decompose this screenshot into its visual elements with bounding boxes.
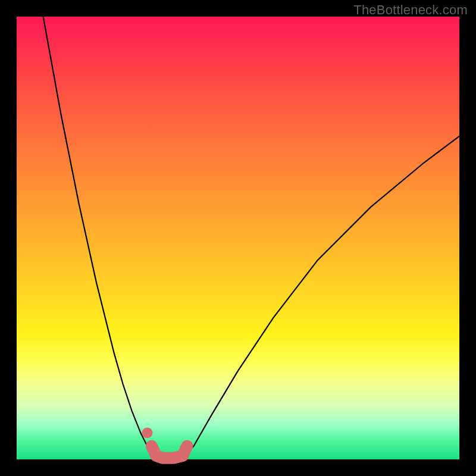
valley-marker — [152, 446, 187, 458]
chart-svg — [17, 17, 459, 459]
plot-area — [17, 17, 459, 459]
right-curve — [185, 136, 459, 455]
watermark-text: TheBottleneck.com — [353, 2, 468, 18]
chart-frame: TheBottleneck.com — [0, 0, 476, 476]
left-curve — [43, 17, 154, 455]
marker-dot — [142, 427, 153, 438]
